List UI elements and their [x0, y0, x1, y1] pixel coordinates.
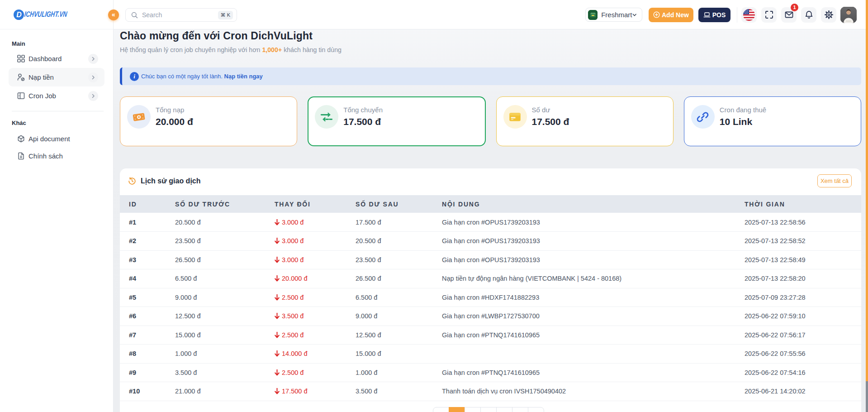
svg-text:D: D [16, 11, 22, 19]
